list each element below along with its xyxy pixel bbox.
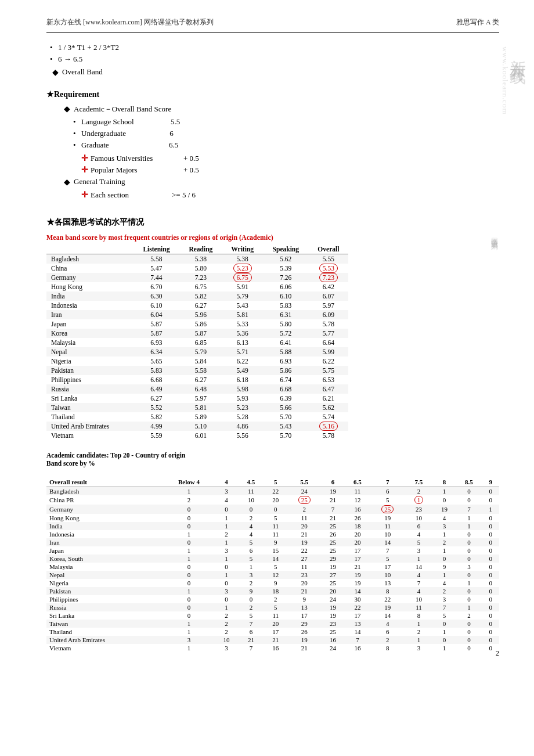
band-table-row: Malaysia00151119211714930 [46,563,499,571]
band-country-cell: Iran [46,538,163,546]
band-val-cell: 1 [405,636,432,644]
band-val-cell: 1 [215,603,238,611]
band-val-cell: 24 [322,595,345,603]
reading-cell: 5.81 [179,403,222,412]
band-val-cell: 5 [370,495,405,505]
cross-icon-1: ✛ [81,153,88,163]
band-val-cell: 1 [163,620,215,628]
band-val-cell: 1 [433,644,456,652]
writing-cell: 5.28 [222,412,262,422]
speaking-cell: 5.83 [263,301,309,310]
reading-cell: 5.58 [179,366,222,375]
band-val-cell: 5 [238,555,264,563]
reading-cell: 5.96 [179,310,222,319]
band-val-cell: 19 [433,505,456,514]
band-header-1: Below 4 [163,477,215,487]
band-val-cell: 5 [405,538,432,546]
band-table-row: Nepal01312232719104100 [46,571,499,579]
band-val-cell: 0 [163,514,215,522]
grad-label: Graduate [81,141,109,149]
band-val-cell: 1 [163,530,215,538]
each-section-label: Each section [91,190,172,200]
band-val-cell: 17 [344,555,370,563]
speaking-cell: 5.66 [263,403,309,412]
band-val-cell: 6 [370,628,405,636]
band-val-cell: 24 [287,487,322,496]
requirement-heading: ★Requirement [46,89,499,99]
band-val-cell: 23 [287,571,322,579]
listening-cell: 6.04 [134,310,180,319]
speaking-cell: 6.06 [263,282,309,291]
band-val-cell: 0 [163,611,215,620]
diamond-icon-gt: ◆ [64,177,70,187]
general-training-item: ◆ General Training [52,177,499,187]
speaking-cell: 6.10 [263,291,309,301]
band-val-cell: 19 [287,538,322,546]
band-val-cell: 20 [287,522,322,530]
grad-value: 6.5 [169,141,178,149]
band-val-cell: 11 [238,487,264,496]
band-val-cell: 21 [238,636,264,644]
band-val-cell: 1 [433,628,456,636]
band-val-cell: 1 [456,603,482,611]
band-table-row: United Arab Emirates31021211916721000 [46,636,499,644]
header-right: 雅思写作 A 类 [456,17,499,27]
academic-table: Listening Reading Writing Speaking Overa… [46,244,348,440]
overall-cell: 5.55 [309,254,348,264]
band-val-cell: 21 [287,644,322,652]
band-val-cell: 0 [482,538,499,546]
band-val-cell: 11 [287,563,322,571]
reading-cell: 5.86 [179,319,222,329]
general-training-sub: ✛ Each section >= 5 / 6 [46,190,499,200]
listening-cell: 6.34 [134,347,180,357]
requirement-section: ★Requirement ◆ Academic－Overall Band Sco… [46,89,499,200]
band-header-6: 6 [322,477,345,487]
country-cell: Indonesia [46,301,134,310]
band-val-cell: 5 [238,611,264,620]
band-val-cell: 25 [322,546,345,555]
band-val-cell: 26 [344,514,370,522]
writing-cell: 5.79 [222,291,262,301]
band-val-cell: 17 [344,546,370,555]
band-val-cell: 0 [264,505,287,514]
band-val-cell: 0 [456,487,482,496]
band-country-cell: Thailand [46,628,163,636]
band-country-cell: Nepal [46,571,163,579]
band-val-cell: 0 [163,505,215,514]
band-header-12: 9 [482,477,499,487]
bullet-list: 1 / 3* T1 + 2 / 3*T2 6 → 6.5 [46,43,499,64]
band-val-cell: 1 [405,495,432,505]
band-header-4: 5 [264,477,287,487]
band-val-cell: 3 [405,644,432,652]
band-val-cell: 25 [322,628,345,636]
listening-cell: 5.87 [134,329,180,338]
reading-cell: 5.80 [179,264,222,273]
band-val-cell: 0 [215,505,238,514]
band-val-cell: 1 [215,571,238,579]
country-cell: India [46,291,134,301]
writing-cell: 5.81 [222,310,262,319]
band-val-cell: 19 [370,514,405,522]
country-cell: Pakistan [46,366,134,375]
country-cell: Nigeria [46,357,134,366]
band-country-cell: Russia [46,603,163,611]
band-val-cell: 6 [238,628,264,636]
band-country-cell: Indonesia [46,530,163,538]
band-country-cell: Sri Lanka [46,611,163,620]
writing-cell: 5.98 [222,384,262,394]
band-val-cell: 0 [238,595,264,603]
band-val-cell: 0 [456,628,482,636]
band-val-cell: 19 [322,563,345,571]
reading-cell: 6.01 [179,431,222,440]
band-country-cell: Korea, South [46,555,163,563]
writing-cell: 5.91 [222,282,262,291]
band-val-cell: 21 [264,636,287,644]
language-school-item: Language School 5.5 [81,117,499,127]
band-val-cell: 3 [433,595,456,603]
band-country-cell: Germany [46,505,163,514]
band-val-cell: 3 [215,644,238,652]
band-val-cell: 25 [370,505,405,514]
country-cell: Philippines [46,375,134,384]
band-val-cell: 16 [264,644,287,652]
band-val-cell: 7 [370,546,405,555]
